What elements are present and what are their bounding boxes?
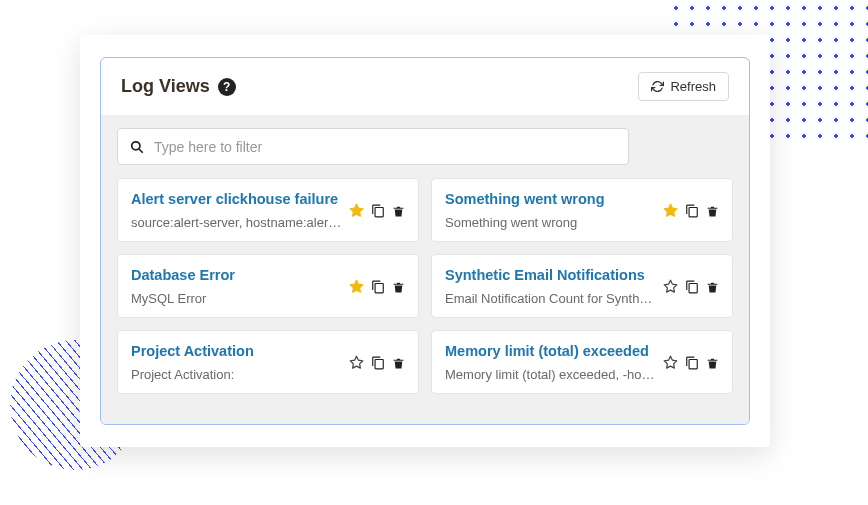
copy-icon[interactable]: [371, 356, 385, 370]
refresh-label: Refresh: [670, 79, 716, 94]
view-title[interactable]: Synthetic Email Notifications: [445, 267, 657, 283]
refresh-button[interactable]: Refresh: [638, 72, 729, 101]
card-text: Alert server clickhouse failure source:a…: [131, 191, 343, 230]
view-title[interactable]: Project Activation: [131, 343, 343, 359]
view-card[interactable]: Project Activation Project Activation:: [117, 330, 419, 394]
card-actions: [663, 191, 719, 230]
card-text: Synthetic Email Notifications Email Noti…: [445, 267, 657, 306]
card-text: Something went wrong Something went wron…: [445, 191, 657, 230]
copy-icon[interactable]: [685, 204, 699, 218]
view-desc: source:alert-server, hostname:aler…: [131, 215, 343, 230]
star-icon[interactable]: [349, 279, 364, 294]
svg-marker-4: [350, 280, 363, 292]
svg-marker-7: [664, 356, 677, 368]
star-icon[interactable]: [349, 355, 364, 370]
views-grid: Alert server clickhouse failure source:a…: [117, 178, 733, 394]
svg-marker-5: [664, 280, 677, 292]
view-desc: Memory limit (total) exceeded, -ho…: [445, 367, 657, 382]
view-card[interactable]: Memory limit (total) exceeded Memory lim…: [431, 330, 733, 394]
copy-icon[interactable]: [371, 204, 385, 218]
star-icon[interactable]: [663, 355, 678, 370]
trash-icon[interactable]: [392, 204, 405, 218]
content-area: Alert server clickhouse failure source:a…: [101, 115, 749, 425]
card-actions: [349, 267, 405, 306]
view-title[interactable]: Alert server clickhouse failure: [131, 191, 343, 207]
trash-icon[interactable]: [706, 356, 719, 370]
trash-icon[interactable]: [392, 280, 405, 294]
view-card[interactable]: Database Error MySQL Error: [117, 254, 419, 318]
view-desc: MySQL Error: [131, 291, 343, 306]
panel-header: Log Views ? Refresh: [101, 58, 749, 115]
svg-line-1: [139, 148, 143, 152]
view-card[interactable]: Alert server clickhouse failure source:a…: [117, 178, 419, 242]
filter-input[interactable]: [154, 139, 616, 155]
copy-icon[interactable]: [685, 356, 699, 370]
view-card[interactable]: Synthetic Email Notifications Email Noti…: [431, 254, 733, 318]
search-icon: [130, 140, 144, 154]
card-actions: [663, 343, 719, 382]
card-text: Project Activation Project Activation:: [131, 343, 343, 382]
view-title[interactable]: Memory limit (total) exceeded: [445, 343, 657, 359]
outer-card: Log Views ? Refresh Alert server clickho…: [80, 35, 770, 447]
refresh-icon: [651, 80, 664, 93]
trash-icon[interactable]: [706, 204, 719, 218]
view-desc: Email Notification Count for Synth…: [445, 291, 657, 306]
copy-icon[interactable]: [685, 280, 699, 294]
trash-icon[interactable]: [706, 280, 719, 294]
view-desc: Something went wrong: [445, 215, 657, 230]
star-icon[interactable]: [349, 203, 364, 218]
trash-icon[interactable]: [392, 356, 405, 370]
svg-marker-2: [350, 204, 363, 216]
log-views-panel: Log Views ? Refresh Alert server clickho…: [100, 57, 750, 425]
help-icon[interactable]: ?: [218, 78, 236, 96]
view-title[interactable]: Database Error: [131, 267, 343, 283]
star-icon[interactable]: [663, 203, 678, 218]
view-desc: Project Activation:: [131, 367, 343, 382]
panel-title-wrap: Log Views ?: [121, 76, 236, 97]
star-icon[interactable]: [663, 279, 678, 294]
card-actions: [349, 191, 405, 230]
card-actions: [349, 343, 405, 382]
card-text: Memory limit (total) exceeded Memory lim…: [445, 343, 657, 382]
card-text: Database Error MySQL Error: [131, 267, 343, 306]
svg-marker-6: [350, 356, 363, 368]
filter-input-wrap[interactable]: [117, 128, 629, 165]
page-title: Log Views: [121, 76, 210, 97]
card-actions: [663, 267, 719, 306]
view-title[interactable]: Something went wrong: [445, 191, 657, 207]
copy-icon[interactable]: [371, 280, 385, 294]
svg-marker-3: [664, 204, 677, 216]
view-card[interactable]: Something went wrong Something went wron…: [431, 178, 733, 242]
